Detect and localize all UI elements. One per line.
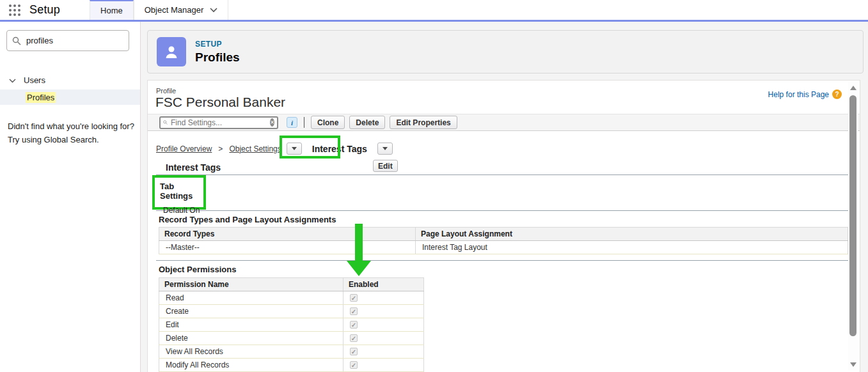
edit-checkbox: ✓ [350,321,358,329]
find-settings-input[interactable] [171,118,270,127]
app-launcher-icon[interactable] [0,0,29,20]
quick-find-box[interactable] [6,30,129,51]
breadcrumb-current-interest-tags: Interest Tags [307,144,372,154]
page-header-card: SETUP Profiles [147,30,864,74]
toolbar-divider [304,117,304,128]
section-divider [156,260,848,261]
clone-button[interactable]: Clone [311,116,345,129]
sidebar-notfound-text: Didn't find what you're looking for? Try… [8,120,134,146]
setup-eyebrow: SETUP [195,40,240,49]
scroll-down-icon[interactable] [850,362,856,367]
notfound-line1: Didn't find what you're looking for? [8,120,134,133]
modify-all-records-checkbox: ✓ [350,361,358,369]
record-types-heading: Record Types and Page Layout Assignments [159,215,336,224]
delete-checkbox: ✓ [350,334,358,342]
breadcrumb: Profile Overview > Object Settings Inter… [156,143,393,155]
sidebar-item-profiles[interactable]: Profiles [0,89,140,105]
setup-sidebar: Users Profiles Didn't find what you're l… [0,22,141,372]
tab-object-manager-label: Object Manager [145,5,204,15]
help-question-icon: ? [832,89,842,99]
scrollbar-thumb[interactable] [849,95,856,336]
delete-button[interactable]: Delete [349,116,385,129]
create-checkbox: ✓ [350,307,358,315]
table-row: View All Records ✓ [159,345,424,359]
record-types-col-header: Record Types [159,228,416,241]
sidebar-group-users[interactable]: Users [0,72,140,88]
chevron-down-icon [383,147,388,150]
tab-home-label: Home [100,6,123,15]
notfound-line2: Try using Global Search. [8,133,134,146]
profile-detail-panel: Profile FSC Personal Banker Help for thi… [147,80,860,372]
record-types-table: Record Types Page Layout Assignment --Ma… [159,227,848,254]
object-permissions-heading: Object Permissions [159,265,236,274]
object-permissions-table: Permission Name Enabled Read ✓ Create ✓ … [159,277,424,372]
table-row: Read ✓ [159,291,424,305]
chevron-down-icon [292,147,297,150]
screen: Setup Home Object Manager Users Prof [0,0,868,372]
table-row: Edit ✓ [159,318,424,332]
permission-name-cell: Create [159,305,343,318]
read-checkbox: ✓ [350,294,358,302]
quick-find-input[interactable] [26,36,116,45]
permission-name-col-header: Permission Name [159,278,343,291]
permission-name-cell: Modify All Records [159,359,343,372]
table-row: Delete ✓ [159,332,424,345]
help-link-label: Help for this Page [768,90,829,99]
view-all-records-checkbox: ✓ [350,348,358,355]
setup-app-title: Setup [29,3,60,17]
sidebar-group-users-label: Users [24,75,45,85]
chevron-down-icon [210,5,217,15]
breadcrumb-profile-overview[interactable]: Profile Overview [156,144,212,153]
record-type-cell: --Master-- [159,241,416,254]
clear-search-icon[interactable]: ✕ [270,118,274,127]
section-divider [156,210,848,211]
info-icon[interactable]: i [287,117,297,128]
page-title: Profiles [195,50,240,65]
interest-tags-dropdown-button[interactable] [377,143,393,155]
breadcrumb-object-settings[interactable]: Object Settings [229,144,281,153]
scroll-up-icon[interactable] [850,86,856,90]
tab-home[interactable]: Home [90,0,134,20]
object-section-title: Interest Tags [166,162,221,173]
object-settings-dropdown-button[interactable] [287,143,302,155]
page-layout-col-header: Page Layout Assignment [416,228,848,241]
permission-name-cell: Read [159,291,343,305]
edit-properties-button[interactable]: Edit Properties [390,116,457,129]
search-icon [163,118,168,127]
chevron-down-icon [9,75,16,85]
table-header-row: Permission Name Enabled [159,278,424,291]
tab-object-manager[interactable]: Object Manager [134,0,229,20]
breadcrumb-separator: > [218,144,223,153]
edit-button[interactable]: Edit [373,160,398,172]
permission-name-cell: View All Records [159,345,343,359]
profile-name: FSC Personal Banker [155,95,285,110]
table-header-row: Record Types Page Layout Assignment [159,228,848,241]
profile-toolbar: ✕ i Clone Delete Edit Properties [148,114,860,131]
vertical-scrollbar[interactable] [848,82,858,371]
permission-name-cell: Edit [159,318,343,332]
profile-avatar-icon [157,37,186,66]
waffle-grid-icon [8,3,22,17]
global-nav: Setup Home Object Manager [0,0,868,22]
sidebar-item-profiles-label: Profiles [26,92,56,103]
search-icon [12,36,21,45]
permission-name-cell: Delete [159,332,343,345]
table-row: Modify All Records ✓ [159,359,424,372]
page-header-text: SETUP Profiles [195,40,240,65]
entity-label: Profile [156,87,176,95]
section-divider [156,174,848,175]
find-settings-box[interactable]: ✕ [159,116,278,129]
main-content: SETUP Profiles Profile FSC Personal Bank… [141,22,868,372]
page-layout-cell: Interest Tag Layout [416,241,848,254]
table-row: --Master-- Interest Tag Layout [159,241,848,254]
enabled-col-header: Enabled [343,278,424,291]
table-row: Create ✓ [159,305,424,318]
help-for-this-page-link[interactable]: Help for this Page ? [768,89,842,99]
